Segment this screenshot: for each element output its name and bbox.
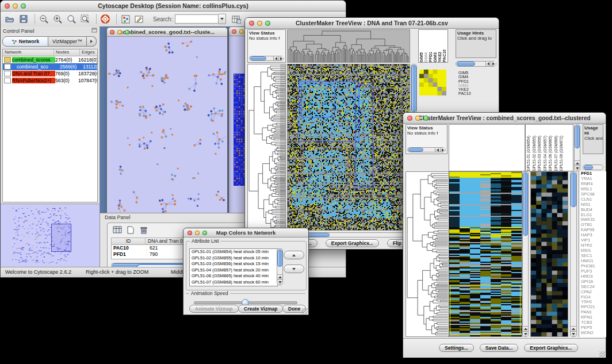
animate-vizmap-button[interactable]: Animate Vizmap xyxy=(189,305,239,313)
attribute-listbox[interactable]: GPL51-01 (GSM854) heat shock 05 minGPL51… xyxy=(189,248,278,286)
scroll-down-icon[interactable] xyxy=(277,280,282,285)
gene-label[interactable]: MON2 xyxy=(581,331,606,336)
open-session-icon[interactable] xyxy=(4,13,16,25)
scroll-down-icon[interactable] xyxy=(523,332,528,336)
network-row[interactable]: DNA and Tran 07 769(0) 183728(0) xyxy=(3,70,97,77)
move-up-button[interactable] xyxy=(284,251,304,259)
table-import-icon[interactable] xyxy=(231,13,242,25)
array-label[interactable]: GPL51-02 (GSM855) xyxy=(532,136,538,171)
tv2-labels-vscrollbar[interactable] xyxy=(574,124,580,171)
zoom-button[interactable] xyxy=(423,116,429,121)
tv2-gene-list[interactable]: PFD1YRA1RNR4MSL1SPC98CLN1NIS1BUD4ELG1MAK… xyxy=(579,171,606,337)
array-label[interactable]: GPL51-03 (GSM856) xyxy=(537,136,543,171)
tab-vizmapper[interactable]: VizMapper™ xyxy=(48,36,87,47)
tv2-titlebar[interactable]: ClusterMaker TreeView : combined_scores_… xyxy=(403,113,606,124)
vizmapper-icon[interactable] xyxy=(120,13,131,25)
save-session-icon[interactable] xyxy=(18,13,29,25)
array-label[interactable]: YKE2 xyxy=(438,52,442,62)
minimize-button[interactable] xyxy=(195,231,200,235)
scroll-up-icon[interactable] xyxy=(277,274,282,280)
zoom-button[interactable] xyxy=(265,21,270,26)
tv2-zoom-vscrollbar[interactable] xyxy=(570,171,577,337)
resize-grip[interactable] xyxy=(302,308,308,314)
tv1-titlebar[interactable]: ClusterMaker TreeView : DNA and Tran 07-… xyxy=(245,18,499,29)
array-label[interactable]: GIM5 xyxy=(419,52,424,62)
gene-label[interactable]: GIM5 xyxy=(458,71,471,75)
array-label[interactable]: GPL51-01 (GSM854) xyxy=(526,136,532,171)
gene-label[interactable]: GIM3 xyxy=(458,83,471,87)
scroll-left-icon[interactable] xyxy=(273,56,279,60)
create-vizmap-button[interactable]: Create Vizmap xyxy=(238,305,283,313)
array-label[interactable]: GPL51-08 (GSM872) xyxy=(559,136,565,171)
zoom-out-icon[interactable] xyxy=(38,13,49,25)
zoom-selected-icon[interactable] xyxy=(66,13,77,25)
scroll-left-icon[interactable] xyxy=(485,62,491,66)
attribute-item[interactable]: GPL51-03 (GSM856) heat shock 15 min xyxy=(190,261,277,267)
scroll-right-icon[interactable] xyxy=(441,148,445,152)
scroll-up-icon[interactable] xyxy=(523,326,528,332)
scroll-down-icon[interactable] xyxy=(575,166,580,171)
search-input[interactable] xyxy=(175,14,219,24)
zoom-button[interactable] xyxy=(202,231,207,235)
gene-label[interactable]: PFD1 xyxy=(458,79,471,83)
view-status-hscrollbar[interactable] xyxy=(407,147,446,152)
new-attribute-icon[interactable] xyxy=(125,225,135,234)
close-button[interactable] xyxy=(110,30,114,35)
tv2-column-dendrogram[interactable] xyxy=(449,124,525,171)
minimize-button[interactable] xyxy=(13,3,18,9)
zoom-button[interactable] xyxy=(125,30,129,35)
tv2-action-button[interactable]: Export Graphics... xyxy=(524,344,577,352)
minimize-button[interactable] xyxy=(117,30,122,35)
tv2-row-dendrogram[interactable] xyxy=(406,171,449,337)
main-titlebar[interactable]: Cytoscape Desktop (Session Name: collins… xyxy=(1,1,346,12)
tv1-heatmap[interactable] xyxy=(287,64,410,231)
scroll-up-icon[interactable] xyxy=(571,326,576,332)
scroll-right-icon[interactable] xyxy=(491,62,496,66)
minimize-button[interactable] xyxy=(415,116,420,121)
tv1-zoom-hscrollbar[interactable] xyxy=(456,61,496,67)
array-label[interactable]: PFD1 xyxy=(429,52,433,62)
attribute-item[interactable]: GPL51-01 (GSM854) heat shock 05 min xyxy=(190,249,277,255)
tv2-vscrollbar[interactable] xyxy=(522,171,529,337)
network-list-header[interactable]: NetworkNodesEdges xyxy=(3,49,97,56)
scroll-up-icon[interactable] xyxy=(575,160,580,166)
delete-attribute-icon[interactable] xyxy=(139,225,148,234)
attribute-item[interactable]: GPL51-02 (GSM855) heat shock 10 min xyxy=(190,255,277,262)
close-button[interactable] xyxy=(5,3,10,9)
gene-label[interactable]: GIM4 xyxy=(458,75,471,79)
array-label[interactable]: GPL51-07 (GSM868) xyxy=(554,136,560,171)
scroll-down-icon[interactable] xyxy=(571,332,576,336)
scroll-right-icon[interactable] xyxy=(279,56,284,60)
tab-network[interactable]: Network xyxy=(2,36,48,47)
gene-label[interactable]: YKE2 xyxy=(458,87,471,91)
scroll-left-icon[interactable] xyxy=(435,148,441,152)
network-row[interactable]: combined_scores 2764(0) 16218(0) xyxy=(3,56,97,63)
help-lifering-icon[interactable] xyxy=(100,13,111,25)
tv1-column-dendrogram[interactable] xyxy=(287,29,410,63)
close-button[interactable] xyxy=(188,231,192,235)
network-window-1[interactable]: combined_scores_good.txt--cluste... xyxy=(106,27,228,217)
close-button[interactable] xyxy=(249,21,254,26)
array-label[interactable]: GPL51-04 (GSM857) xyxy=(543,136,549,171)
tab-overflow-button[interactable] xyxy=(87,36,97,47)
attribute-list-vscrollbar[interactable] xyxy=(277,248,283,285)
select-attributes-icon[interactable] xyxy=(112,225,122,234)
attribute-item[interactable]: GPL51-07 (GSM868) heat shock 60 min xyxy=(190,279,277,286)
search-dropdown-icon[interactable] xyxy=(219,14,226,24)
float-panel-icon[interactable] xyxy=(91,28,97,34)
array-label[interactable]: PAC10 xyxy=(442,49,447,62)
move-down-button[interactable] xyxy=(284,265,304,273)
tv2-zoom-hscrollbar[interactable] xyxy=(583,164,603,170)
network-overview-canvas[interactable] xyxy=(1,204,97,265)
array-label[interactable]: GIM3 xyxy=(433,52,438,62)
tv1-gene-list[interactable]: GIM5GIM4PFD1GIM3YKE2PAC10 xyxy=(458,71,471,96)
tv2-action-button[interactable]: Save Data... xyxy=(480,344,519,352)
resize-grip[interactable] xyxy=(599,351,605,357)
network-view-canvas[interactable] xyxy=(107,37,226,216)
network-row[interactable]: combined_sco 2569(6) 13112(15) xyxy=(3,63,97,70)
tv2-action-button[interactable]: Settings... xyxy=(439,344,474,352)
tv1-row-dendrogram[interactable] xyxy=(247,64,286,231)
zoom-button[interactable] xyxy=(21,3,26,9)
tv2-array-labels[interactable]: GPL51-01 (GSM854)GPL51-02 (GSM855)GPL51-… xyxy=(525,124,573,171)
tv1-array-labels[interactable]: GIM5GIM4PFD1GIM3YKE2PAC10 xyxy=(418,29,448,63)
